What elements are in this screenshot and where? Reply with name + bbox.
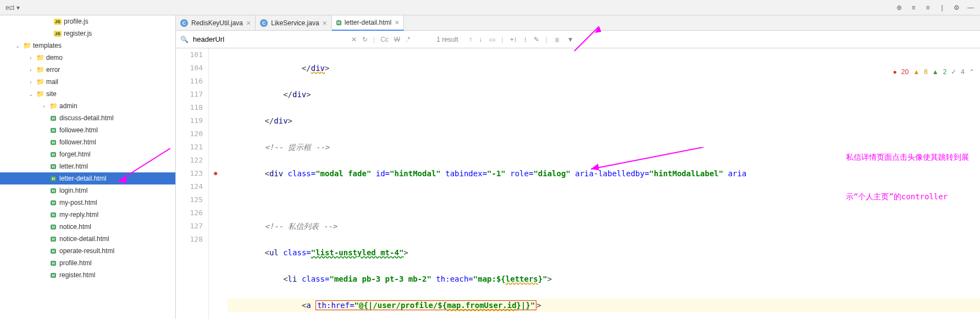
tree-item[interactable]: ⌄📁site — [0, 88, 175, 100]
tree-item-label: login.html — [59, 187, 87, 194]
tree-item[interactable]: Hlogin.html — [0, 184, 175, 197]
dropdown-arrow-icon: ▾ — [16, 4, 20, 12]
search-icon: 🔍 — [180, 36, 189, 43]
tree-arrow-icon: › — [40, 103, 48, 109]
java-icon: C — [260, 19, 268, 27]
add-selection-icon[interactable]: +⫶ — [510, 36, 517, 43]
editor-tab[interactable]: CLikeService.java× — [256, 15, 332, 30]
line-number: 126 — [176, 206, 203, 220]
tree-item[interactable]: ›📁mail — [0, 76, 175, 88]
line-number: 123 — [176, 167, 203, 180]
tree-item-label: error — [46, 66, 60, 74]
filter-icon[interactable]: ▼ — [567, 36, 574, 43]
tree-item-label: discuss-detail.html — [59, 114, 114, 122]
file-icon: H — [48, 176, 58, 181]
html-icon: H — [336, 20, 341, 25]
rename-icon[interactable]: ✎ — [534, 36, 539, 43]
line-number: 118 — [176, 101, 203, 114]
select-all-icon[interactable]: ▭ — [489, 36, 495, 43]
match-case-icon[interactable]: Cc — [380, 36, 389, 43]
tree-item[interactable]: ›📁error — [0, 64, 175, 76]
line-number: 122 — [176, 154, 203, 167]
file-icon: H — [48, 140, 58, 145]
tree-item-label: profile.html — [59, 259, 92, 267]
history-icon[interactable]: ↻ — [362, 36, 368, 43]
tree-item[interactable]: Hdiscuss-detail.html — [0, 112, 175, 124]
tab-label: RedisKeyUtil.java — [191, 19, 243, 27]
collapse-icon[interactable]: ≡ — [921, 2, 935, 14]
gear-icon[interactable]: ⚙ — [949, 2, 964, 14]
file-icon: 📁 — [35, 78, 45, 86]
file-icon: 📁 — [35, 54, 45, 61]
tree-item-label: operate-result.html — [59, 247, 114, 255]
file-icon: JS — [53, 19, 63, 25]
project-tree[interactable]: JSprofile.jsJSregister.js⌄📁templates›📁de… — [0, 15, 176, 319]
divider: | — [935, 2, 949, 14]
tree-item[interactable]: Hregister.html — [0, 269, 175, 281]
file-icon: H — [48, 212, 58, 217]
file-icon: H — [48, 152, 58, 157]
tree-item-label: letter-detail.html — [59, 175, 106, 182]
tree-item[interactable]: Hnotice-detail.html — [0, 233, 175, 245]
tree-item-label: register.html — [59, 271, 95, 279]
tree-item[interactable]: Hmy-post.html — [0, 197, 175, 209]
gutter-marks: ● — [209, 48, 225, 319]
tree-item[interactable]: Hoperate-result.html — [0, 245, 175, 257]
code-editor[interactable]: ●20 ▲8 ▲2 ✓4 ⌃ 1011041161171181191201211… — [176, 48, 980, 319]
tree-item[interactable]: ⌄📁templates — [0, 40, 175, 52]
line-number: 127 — [176, 220, 203, 233]
code-content[interactable]: </div> </div> </div> <!-- 提示框 --> <div c… — [225, 48, 980, 319]
minimize-icon[interactable]: — — [964, 2, 978, 14]
line-number: 119 — [176, 114, 203, 127]
tree-item[interactable]: Hletter-detail.html — [0, 172, 175, 184]
editor-tab[interactable]: Hletter-detail.html× — [332, 15, 405, 31]
close-icon[interactable]: × — [323, 19, 327, 27]
tree-item[interactable]: Hprofile.html — [0, 257, 175, 269]
tree-item[interactable]: Hfollowee.html — [0, 124, 175, 136]
tree-item[interactable]: JSprofile.js — [0, 15, 175, 27]
file-icon: 📁 — [35, 66, 45, 74]
line-number: 120 — [176, 127, 203, 141]
columns-icon[interactable]: ⫼ — [554, 36, 561, 43]
tree-item[interactable]: ›📁admin — [0, 100, 175, 112]
tab-label: letter-detail.html — [345, 19, 391, 26]
file-icon: 📁 — [35, 90, 45, 98]
line-number: 124 — [176, 180, 203, 193]
selection-icon[interactable]: ⫶ — [524, 36, 527, 43]
file-icon: 📁 — [48, 102, 58, 110]
target-icon[interactable]: ⊕ — [892, 2, 906, 14]
tree-item[interactable]: Hmy-reply.html — [0, 209, 175, 221]
annotation-text: 私信详情页面点击头像使其跳转到展 示“个人主页”的controller — [846, 124, 969, 230]
tree-item[interactable]: Hnotice.html — [0, 221, 175, 233]
tree-arrow-icon: › — [26, 79, 35, 85]
tree-item-label: demo — [46, 54, 63, 61]
expand-icon[interactable]: ≡ — [906, 2, 921, 14]
line-number: 104 — [176, 61, 203, 75]
words-icon[interactable]: W — [394, 36, 400, 43]
next-match-icon[interactable]: ↓ — [479, 36, 483, 43]
editor-tabs: CRedisKeyUtil.java×CLikeService.java×Hle… — [176, 15, 980, 31]
tab-label: LikeService.java — [271, 19, 319, 27]
regex-icon[interactable]: .* — [406, 36, 410, 43]
tree-item-label: follower.html — [59, 138, 96, 146]
tree-item-label: templates — [33, 42, 62, 49]
prev-match-icon[interactable]: ↑ — [469, 36, 473, 43]
tree-item[interactable]: ›📁demo — [0, 52, 175, 64]
close-icon[interactable]: × — [246, 19, 251, 27]
tree-item[interactable]: Hletter.html — [0, 160, 175, 172]
file-icon: H — [48, 225, 58, 230]
tree-arrow-icon: ⌄ — [26, 91, 35, 97]
file-icon: H — [48, 164, 58, 169]
search-input[interactable] — [193, 35, 347, 43]
editor-tab[interactable]: CRedisKeyUtil.java× — [176, 15, 256, 30]
tree-arrow-icon: › — [26, 67, 35, 73]
project-dropdown[interactable]: ect ▾ — [2, 3, 23, 13]
close-icon[interactable]: × — [395, 18, 399, 27]
line-number: 125 — [176, 193, 203, 206]
tree-item[interactable]: Hfollower.html — [0, 136, 175, 148]
tree-item[interactable]: JSregister.js — [0, 27, 175, 40]
file-icon: H — [48, 261, 58, 266]
tree-item[interactable]: Hforget.html — [0, 148, 175, 160]
close-search-icon[interactable]: ✕ — [351, 36, 357, 43]
top-toolbar: ect ▾ ⊕ ≡ ≡ | ⚙ — — [0, 0, 980, 15]
